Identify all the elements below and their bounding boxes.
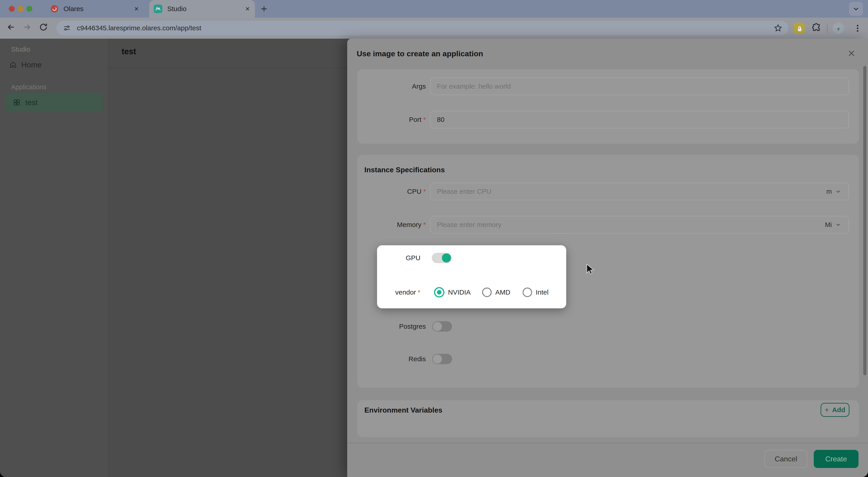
vendor-row: vendor* NVIDIA AMD Intel: [377, 286, 566, 299]
toolbar-separator: [827, 24, 828, 33]
extensions-puzzle-icon[interactable]: [811, 23, 822, 33]
memory-unit-value: Mi: [825, 221, 832, 229]
sidebar-item-label: test: [25, 98, 38, 107]
gpu-spotlight-card: GPU vendor* NVIDIA AMD Intel: [377, 245, 566, 308]
new-tab-button[interactable]: [259, 4, 269, 14]
environment-variables-card: Environment Variables + Add: [357, 400, 859, 437]
memory-label: Memory: [397, 221, 421, 228]
close-tab-icon[interactable]: [245, 6, 250, 12]
gpu-toggle[interactable]: [432, 253, 452, 263]
env-section-title: Environment Variables: [364, 406, 442, 414]
browser-window: Olares Studio: [0, 0, 868, 477]
instance-section-title: Instance Specifications: [364, 166, 445, 174]
bookmark-star-icon[interactable]: [774, 24, 782, 33]
address-bar[interactable]: c9446345.laresprime.olares.com/app/test: [57, 21, 788, 35]
modal-scrollbar-thumb[interactable]: [863, 66, 866, 375]
site-settings-icon[interactable]: [63, 24, 71, 32]
close-tab-icon[interactable]: [133, 6, 140, 12]
url-text[interactable]: c9446345.laresprime.olares.com/app/test: [77, 24, 774, 32]
close-window-button[interactable]: [9, 6, 15, 12]
tab-overflow-chevron-button[interactable]: [849, 2, 863, 16]
cpu-unit-value: m: [827, 188, 832, 195]
modal-title: Use image to create an application: [357, 49, 483, 58]
content-area: test: [108, 39, 348, 477]
radio-unselected-icon: [482, 288, 492, 297]
chevron-down-icon: [835, 188, 841, 195]
gpu-label: GPU: [406, 254, 421, 262]
sidebar-item-home[interactable]: Home: [9, 58, 99, 71]
memory-row: Memory* Mi: [357, 216, 859, 234]
required-marker: *: [423, 116, 426, 123]
add-button-label: Add: [832, 406, 845, 414]
back-button[interactable]: [6, 22, 18, 34]
tab-olares[interactable]: Olares: [46, 0, 144, 18]
memory-unit-select[interactable]: Mi: [825, 216, 841, 234]
mouse-cursor: [585, 263, 594, 276]
radio-label: NVIDIA: [448, 289, 471, 296]
radio-selected-icon: [434, 287, 444, 298]
footer-divider: [347, 443, 868, 443]
olares-favicon: [51, 5, 59, 13]
forward-button[interactable]: [22, 22, 34, 34]
vendor-option-amd[interactable]: AMD: [482, 286, 510, 299]
toggle-knob: [433, 355, 442, 363]
browser-menu-icon[interactable]: [853, 23, 862, 34]
vendor-option-intel[interactable]: Intel: [523, 286, 549, 299]
browser-toolbar: c9446345.laresprime.olares.com/app/test: [0, 18, 868, 39]
required-marker: *: [423, 221, 426, 228]
cancel-button[interactable]: Cancel: [765, 450, 807, 468]
redis-row: Redis: [357, 350, 859, 368]
args-label: Args: [412, 83, 426, 90]
postgres-toggle[interactable]: [432, 321, 452, 332]
general-section-card: Args Port*: [357, 69, 859, 144]
cpu-unit-select[interactable]: m: [827, 183, 841, 200]
postgres-row: Postgres: [357, 318, 859, 335]
sidebar-item-test-app[interactable]: test: [5, 93, 103, 112]
studio-favicon: [154, 4, 162, 13]
profile-avatar[interactable]: [833, 23, 844, 34]
required-marker: *: [418, 289, 421, 296]
window-controls: [9, 6, 32, 12]
sidebar-item-label: Home: [21, 60, 42, 69]
port-label: Port: [409, 116, 421, 123]
vendor-label: vendor: [395, 289, 416, 296]
plus-icon: +: [825, 406, 829, 414]
radio-unselected-icon: [523, 288, 532, 297]
port-input[interactable]: [430, 111, 849, 128]
page: Studio Home Applications test test Use i…: [0, 39, 868, 477]
create-button[interactable]: Create: [814, 450, 859, 468]
tab-strip: Olares Studio: [0, 0, 868, 18]
reload-button[interactable]: [38, 22, 50, 34]
required-marker: *: [423, 188, 426, 195]
fullscreen-window-button[interactable]: [26, 6, 32, 12]
vendor-option-nvidia[interactable]: NVIDIA: [434, 286, 471, 299]
tab-studio[interactable]: Studio: [149, 0, 255, 18]
toggle-knob: [433, 322, 442, 331]
cpu-label: CPU: [407, 188, 421, 195]
redis-label: Redis: [408, 355, 426, 363]
page-title: test: [122, 47, 136, 56]
toggle-knob: [442, 254, 451, 263]
postgres-label: Postgres: [399, 323, 426, 330]
radio-label: AMD: [495, 289, 510, 296]
redis-toggle[interactable]: [432, 354, 452, 364]
sidebar: Studio Home Applications test: [0, 39, 108, 477]
cpu-row: CPU* m: [357, 183, 859, 200]
add-env-variable-button[interactable]: + Add: [820, 403, 849, 417]
tab-title: Olares: [64, 5, 133, 13]
memory-input[interactable]: [430, 216, 849, 234]
llama-extension-icon[interactable]: [794, 23, 805, 33]
args-input[interactable]: [430, 78, 849, 95]
home-icon: [9, 61, 17, 69]
app-title: Studio: [11, 46, 30, 53]
close-modal-icon[interactable]: [846, 48, 857, 59]
app-grid-icon: [13, 98, 21, 107]
radio-label: Intel: [536, 289, 549, 296]
cpu-input[interactable]: [430, 183, 849, 200]
minimize-window-button[interactable]: [18, 6, 24, 12]
header-divider: [109, 68, 348, 68]
gpu-row: GPU: [377, 251, 566, 265]
args-row: Args: [357, 78, 859, 95]
tab-title: Studio: [167, 5, 245, 13]
sidebar-section-label: Applications: [11, 83, 46, 91]
